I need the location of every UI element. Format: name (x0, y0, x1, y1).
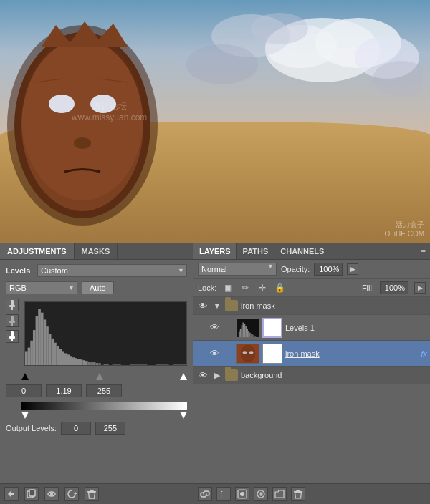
duplicate-button[interactable] (24, 487, 39, 501)
tab-masks[interactable]: MASKS (75, 243, 118, 259)
background-expand-arrow[interactable]: ▶ (212, 370, 222, 380)
svg-rect-84 (254, 335, 255, 337)
svg-rect-74 (240, 328, 242, 336)
white-input[interactable] (86, 384, 122, 397)
eye-icon-group[interactable]: 👁 (196, 299, 209, 312)
black-point-eyedropper[interactable] (6, 299, 19, 311)
svg-rect-35 (49, 334, 52, 365)
input-values-row (6, 384, 187, 397)
delete-layer-button[interactable] (291, 487, 305, 501)
svg-rect-53 (96, 363, 99, 365)
svg-rect-95 (296, 490, 300, 491)
tab-adjustments[interactable]: ADJUSTMENTS (0, 243, 75, 259)
add-adjustment-button[interactable] (254, 487, 268, 501)
add-group-button[interactable] (272, 487, 287, 501)
svg-point-13 (74, 137, 91, 149)
svg-rect-41 (64, 353, 67, 365)
midtone-triangle[interactable] (96, 373, 103, 382)
svg-rect-37 (54, 343, 57, 365)
svg-rect-32 (41, 313, 44, 365)
svg-rect-55 (103, 364, 108, 365)
svg-rect-36 (51, 339, 54, 365)
output-black-triangle[interactable] (22, 412, 29, 420)
visibility-button[interactable] (44, 487, 59, 501)
channel-dropdown[interactable]: RGB (6, 281, 77, 294)
svg-rect-17 (11, 300, 14, 306)
lock-row: Lock: ▣ ✏ ✛ 🔒 Fill: ▶ (194, 279, 430, 297)
midtone-input[interactable] (46, 384, 82, 397)
svg-rect-42 (67, 354, 70, 365)
fill-input[interactable] (380, 281, 408, 294)
fill-arrow[interactable]: ▶ (414, 282, 426, 294)
svg-marker-60 (22, 373, 29, 380)
fx-badge: fx (421, 349, 427, 358)
folder-icon (225, 300, 238, 311)
black-input[interactable] (6, 384, 42, 397)
svg-rect-25 (11, 339, 13, 341)
svg-rect-73 (239, 331, 240, 337)
blend-mode-dropdown[interactable]: Normal (198, 263, 277, 276)
svg-rect-43 (70, 356, 72, 365)
svg-point-92 (240, 492, 244, 496)
auto-button[interactable]: Auto (82, 281, 114, 294)
svg-rect-77 (244, 324, 245, 337)
blend-mode-row: Normal ▼ Opacity: ▶ (194, 260, 430, 279)
all-lock[interactable]: 🔒 (274, 282, 285, 294)
add-mask-button[interactable] (235, 487, 249, 501)
svg-rect-50 (88, 362, 91, 365)
tab-channels[interactable]: CHANNELS (274, 243, 330, 259)
add-style-button[interactable]: f (216, 487, 231, 501)
svg-rect-85 (254, 336, 256, 337)
white-triangle[interactable] (180, 373, 187, 382)
black-triangle[interactable] (22, 373, 29, 382)
gray-point-eyedropper[interactable] (6, 314, 19, 327)
adjustments-panel: ADJUSTMENTS MASKS Levels Custom ▼ RGB (0, 243, 194, 504)
position-lock[interactable]: ✛ (257, 282, 268, 294)
eye-icon-iron-mask[interactable]: 👁 (208, 347, 221, 360)
svg-marker-14 (42, 21, 128, 47)
layer-iron-mask-group[interactable]: 👁 ▼ iron mask (194, 297, 430, 315)
white-point-eyedropper[interactable] (6, 330, 19, 343)
layer-background[interactable]: 👁 ▶ background (194, 367, 430, 384)
fill-label: Fill: (362, 284, 374, 292)
delete-button[interactable] (85, 487, 99, 501)
svg-rect-78 (245, 326, 247, 337)
layers-menu-button[interactable]: ≡ (417, 244, 430, 258)
svg-rect-23 (11, 331, 14, 337)
svg-rect-71 (90, 490, 94, 491)
svg-rect-46 (77, 359, 80, 365)
layer-iron-mask[interactable]: 👁 iron mask fx (194, 341, 430, 367)
svg-point-5 (251, 13, 308, 44)
link-layers-button[interactable] (198, 487, 212, 501)
levels-thumbnail (236, 318, 259, 338)
svg-rect-21 (9, 321, 15, 323)
svg-rect-66 (29, 490, 35, 496)
return-button[interactable] (4, 487, 19, 501)
paint-lock[interactable]: ✏ (239, 282, 251, 294)
input-slider-area (22, 372, 187, 382)
opacity-arrow[interactable]: ▶ (347, 263, 358, 275)
group-expand-arrow[interactable]: ▼ (212, 301, 222, 311)
svg-marker-69 (74, 492, 77, 494)
levels-label: Levels (6, 266, 33, 275)
svg-rect-47 (80, 359, 83, 365)
output-white-triangle[interactable] (180, 412, 187, 420)
opacity-input[interactable] (314, 263, 343, 276)
adj-content: Levels Custom ▼ RGB ▼ Auto (0, 260, 193, 483)
tab-layers[interactable]: LAYERS (194, 243, 237, 259)
opacity-label: Opacity: (281, 265, 310, 273)
output-white-input[interactable] (95, 422, 125, 435)
transparency-lock[interactable]: ▣ (222, 282, 234, 294)
tab-paths[interactable]: PATHS (237, 243, 275, 259)
iron-mask-layer-name: iron mask (285, 349, 418, 358)
svg-rect-24 (9, 336, 15, 339)
svg-rect-18 (9, 305, 15, 307)
layer-levels-1[interactable]: 👁 (194, 315, 430, 341)
reset-button[interactable] (64, 487, 79, 501)
eye-icon-background[interactable]: 👁 (196, 369, 209, 382)
svg-text:f: f (220, 490, 223, 499)
clouds-svg (179, 7, 423, 136)
preset-dropdown[interactable]: Custom (37, 264, 187, 277)
output-black-input[interactable] (61, 422, 91, 435)
eye-icon-levels[interactable]: 👁 (208, 321, 221, 334)
